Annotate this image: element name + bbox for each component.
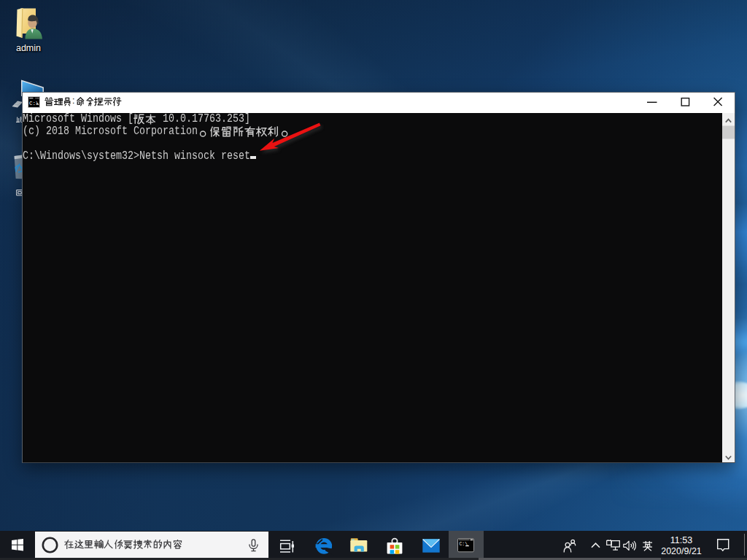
svg-text:C:\: C:\ (29, 101, 39, 106)
